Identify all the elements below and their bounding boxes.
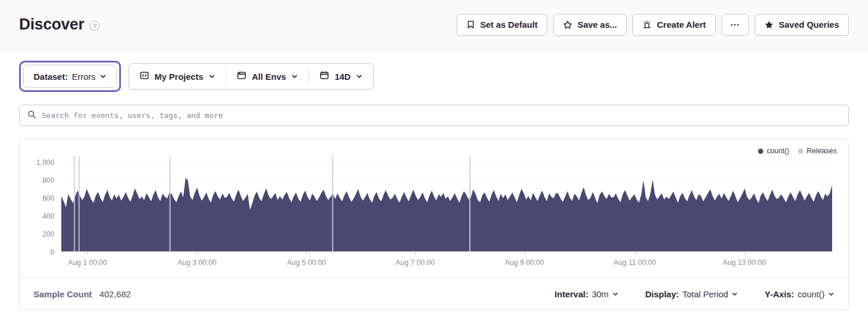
legend-label: Releases: [807, 147, 837, 155]
main-content: Dataset: Errors My: [0, 61, 868, 311]
search-icon: [27, 110, 36, 121]
interval-value: 30m: [592, 289, 609, 299]
projects-icon: [139, 71, 149, 82]
events-chart[interactable]: 02004006008001,000Aug 1 00:00Aug 3 00:00…: [20, 139, 848, 275]
calendar-icon: [319, 71, 329, 82]
svg-text:600: 600: [42, 194, 54, 202]
chart-footer: Sample Count 402,682 Interval: 30m Displ…: [20, 278, 848, 310]
sample-count-value: 402,682: [100, 289, 131, 299]
legend-item-releases[interactable]: Releases: [798, 147, 837, 155]
environment-filter-label: All Envs: [252, 72, 286, 82]
svg-text:400: 400: [42, 212, 54, 220]
discover-page: Discover ? Set as Default Save as...: [0, 0, 868, 321]
date-range-filter[interactable]: 14D: [309, 64, 373, 89]
star-filled-icon: [764, 20, 774, 29]
display-dropdown[interactable]: Display: Total Period: [645, 289, 738, 299]
button-label: Save as...: [578, 20, 617, 29]
window-icon: [237, 71, 247, 82]
svg-text:Aug 5 00:00: Aug 5 00:00: [287, 259, 326, 267]
bookmark-icon: [466, 20, 475, 29]
interval-dropdown[interactable]: Interval: 30m: [554, 289, 619, 299]
display-label: Display:: [645, 289, 679, 299]
chart-legend: count() Releases: [758, 147, 837, 155]
star-outline-icon: [563, 20, 572, 29]
events-chart-panel: count() Releases 02004006008001,000Aug 1…: [19, 139, 849, 311]
yaxis-value: count(): [797, 289, 825, 299]
chevron-down-icon: [208, 73, 215, 80]
display-value: Total Period: [682, 289, 728, 299]
page-filters-group: My Projects All Envs: [128, 63, 374, 90]
dataset-value: Errors: [72, 72, 95, 82]
filter-bar: Dataset: Errors My: [19, 61, 849, 92]
button-label: Set as Default: [480, 20, 538, 29]
chevron-down-icon: [828, 291, 834, 297]
chevron-down-icon: [612, 291, 619, 297]
search-input[interactable]: [42, 111, 841, 120]
dataset-selector[interactable]: Dataset: Errors: [23, 65, 117, 88]
chevron-down-icon: [731, 291, 738, 297]
svg-text:Aug 7 00:00: Aug 7 00:00: [396, 259, 435, 267]
chevron-down-icon: [356, 73, 363, 80]
svg-text:Aug 1 00:00: Aug 1 00:00: [68, 259, 107, 267]
chart-controls: Interval: 30m Display: Total Period: [554, 289, 834, 299]
svg-text:Aug 3 00:00: Aug 3 00:00: [178, 259, 216, 267]
date-range-label: 14D: [334, 72, 351, 82]
sample-count-label: Sample Count: [34, 289, 92, 299]
svg-text:Aug 13 00:00: Aug 13 00:00: [723, 259, 766, 267]
chevron-down-icon: [291, 73, 298, 80]
environment-filter[interactable]: All Envs: [226, 64, 308, 89]
svg-text:Aug 11 00:00: Aug 11 00:00: [613, 259, 656, 267]
header-actions: Set as Default Save as...: [457, 14, 849, 36]
project-filter[interactable]: My Projects: [129, 64, 226, 89]
series-dot-icon: [798, 149, 803, 154]
svg-text:200: 200: [42, 230, 54, 238]
saved-queries-button[interactable]: Saved Queries: [755, 14, 849, 36]
project-filter-label: My Projects: [155, 72, 203, 82]
legend-label: count(): [767, 147, 789, 155]
page-header: Discover ? Set as Default Save as...: [0, 0, 868, 50]
set-as-default-button[interactable]: Set as Default: [457, 14, 547, 36]
help-icon[interactable]: ?: [90, 21, 100, 31]
more-options-button[interactable]: ⋯: [722, 14, 749, 36]
chevron-down-icon: [100, 73, 106, 80]
button-label: Create Alert: [657, 20, 705, 29]
interval-label: Interval:: [554, 289, 588, 299]
legend-item-count[interactable]: count(): [758, 147, 789, 155]
ellipsis-icon: ⋯: [730, 19, 740, 30]
create-alert-button[interactable]: Create Alert: [632, 14, 715, 36]
dataset-label: Dataset:: [34, 72, 68, 82]
button-label: Saved Queries: [779, 20, 839, 29]
save-as-button[interactable]: Save as...: [553, 14, 627, 36]
svg-text:Aug 9 00:00: Aug 9 00:00: [505, 259, 544, 267]
svg-text:1,000: 1,000: [36, 158, 54, 167]
page-title: Discover: [19, 16, 84, 34]
yaxis-label: Y-Axis:: [764, 289, 794, 299]
svg-text:800: 800: [42, 176, 54, 185]
sample-count: Sample Count 402,682: [34, 289, 131, 299]
siren-icon: [642, 20, 652, 29]
series-dot-icon: [758, 149, 763, 154]
svg-text:0: 0: [50, 248, 54, 256]
dataset-tour-highlight: Dataset: Errors: [19, 61, 121, 92]
search-bar: [19, 105, 849, 126]
yaxis-dropdown[interactable]: Y-Axis: count(): [764, 289, 834, 299]
